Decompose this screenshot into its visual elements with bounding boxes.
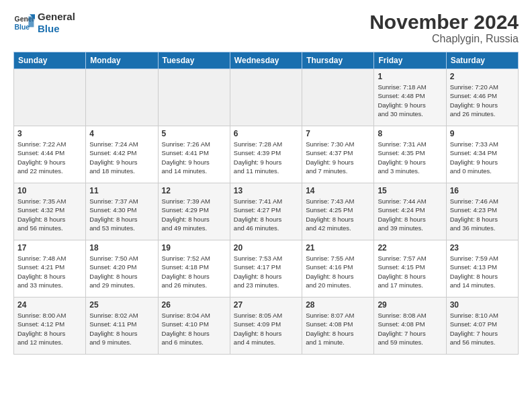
header-sunday: Sunday (14, 52, 86, 69)
day-number: 15 (378, 186, 442, 195)
table-row: 1Sunrise: 7:18 AM Sunset: 4:48 PM Daylig… (374, 69, 446, 126)
day-info: Sunrise: 8:04 AM Sunset: 4:10 PM Dayligh… (162, 311, 226, 347)
table-row: 11Sunrise: 7:37 AM Sunset: 4:30 PM Dayli… (86, 183, 158, 240)
day-info: Sunrise: 7:50 AM Sunset: 4:20 PM Dayligh… (89, 254, 154, 289)
table-row: 9Sunrise: 7:33 AM Sunset: 4:34 PM Daylig… (446, 126, 518, 183)
table-row (14, 69, 86, 126)
day-number: 19 (162, 243, 226, 253)
logo: General Blue General Blue (13, 11, 75, 35)
table-row: 12Sunrise: 7:39 AM Sunset: 4:29 PM Dayli… (158, 183, 230, 240)
day-info: Sunrise: 7:41 AM Sunset: 4:27 PM Dayligh… (234, 197, 298, 232)
day-info: Sunrise: 7:57 AM Sunset: 4:15 PM Dayligh… (378, 254, 442, 289)
table-row: 2Sunrise: 7:20 AM Sunset: 4:46 PM Daylig… (446, 69, 518, 126)
table-row: 20Sunrise: 7:53 AM Sunset: 4:17 PM Dayli… (230, 240, 302, 298)
day-number: 13 (234, 186, 298, 195)
calendar-week-2: 3Sunrise: 7:22 AM Sunset: 4:44 PM Daylig… (14, 126, 519, 183)
calendar-week-3: 10Sunrise: 7:35 AM Sunset: 4:32 PM Dayli… (14, 183, 519, 240)
day-info: Sunrise: 7:48 AM Sunset: 4:21 PM Dayligh… (17, 254, 82, 289)
table-row: 23Sunrise: 7:59 AM Sunset: 4:13 PM Dayli… (446, 240, 518, 298)
day-info: Sunrise: 8:08 AM Sunset: 4:08 PM Dayligh… (378, 311, 442, 347)
day-info: Sunrise: 7:55 AM Sunset: 4:16 PM Dayligh… (306, 254, 370, 289)
day-number: 5 (162, 129, 226, 138)
table-row: 3Sunrise: 7:22 AM Sunset: 4:44 PM Daylig… (14, 126, 86, 183)
day-info: Sunrise: 7:24 AM Sunset: 4:42 PM Dayligh… (89, 140, 154, 175)
day-number: 16 (450, 186, 515, 195)
calendar-header-row: Sunday Monday Tuesday Wednesday Thursday… (14, 52, 519, 69)
page-title: November 2024 (369, 11, 519, 33)
header-tuesday: Tuesday (158, 52, 230, 69)
table-row: 22Sunrise: 7:57 AM Sunset: 4:15 PM Dayli… (374, 240, 446, 298)
table-row: 26Sunrise: 8:04 AM Sunset: 4:10 PM Dayli… (158, 298, 230, 355)
day-number: 4 (89, 129, 154, 138)
day-number: 23 (450, 243, 515, 253)
day-info: Sunrise: 7:59 AM Sunset: 4:13 PM Dayligh… (450, 254, 515, 289)
day-number: 14 (306, 186, 370, 195)
day-info: Sunrise: 7:33 AM Sunset: 4:34 PM Dayligh… (450, 140, 515, 175)
day-number: 11 (89, 186, 154, 195)
day-number: 1 (378, 72, 442, 81)
table-row (158, 69, 230, 126)
day-number: 26 (162, 300, 226, 310)
day-number: 6 (234, 129, 298, 138)
svg-text:Blue: Blue (15, 24, 30, 31)
day-number: 2 (450, 72, 515, 81)
day-number: 3 (17, 129, 82, 138)
calendar-week-4: 17Sunrise: 7:48 AM Sunset: 4:21 PM Dayli… (14, 240, 519, 298)
day-number: 17 (17, 243, 82, 253)
header-friday: Friday (374, 52, 446, 69)
table-row: 29Sunrise: 8:08 AM Sunset: 4:08 PM Dayli… (374, 298, 446, 355)
svg-marker-2 (28, 16, 34, 27)
day-info: Sunrise: 7:35 AM Sunset: 4:32 PM Dayligh… (17, 197, 82, 232)
table-row: 6Sunrise: 7:28 AM Sunset: 4:39 PM Daylig… (230, 126, 302, 183)
day-info: Sunrise: 7:44 AM Sunset: 4:24 PM Dayligh… (378, 197, 442, 232)
day-info: Sunrise: 7:46 AM Sunset: 4:23 PM Dayligh… (450, 197, 515, 232)
day-number: 8 (378, 129, 442, 138)
calendar-week-5: 24Sunrise: 8:00 AM Sunset: 4:12 PM Dayli… (14, 298, 519, 355)
table-row: 16Sunrise: 7:46 AM Sunset: 4:23 PM Dayli… (446, 183, 518, 240)
calendar-week-1: 1Sunrise: 7:18 AM Sunset: 4:48 PM Daylig… (14, 69, 519, 126)
day-info: Sunrise: 7:52 AM Sunset: 4:18 PM Dayligh… (162, 254, 226, 289)
title-block: November 2024 Chaplygin, Russia (369, 11, 519, 45)
day-number: 29 (378, 300, 442, 310)
table-row: 5Sunrise: 7:26 AM Sunset: 4:41 PM Daylig… (158, 126, 230, 183)
table-row: 18Sunrise: 7:50 AM Sunset: 4:20 PM Dayli… (86, 240, 158, 298)
table-row: 30Sunrise: 8:10 AM Sunset: 4:07 PM Dayli… (446, 298, 518, 355)
header-thursday: Thursday (302, 52, 374, 69)
day-number: 18 (89, 243, 154, 253)
table-row: 14Sunrise: 7:43 AM Sunset: 4:25 PM Dayli… (302, 183, 374, 240)
day-number: 25 (89, 300, 154, 310)
day-number: 10 (17, 186, 82, 195)
page: General Blue General Blue November 2024 … (0, 0, 532, 411)
day-info: Sunrise: 7:43 AM Sunset: 4:25 PM Dayligh… (306, 197, 370, 232)
day-info: Sunrise: 7:22 AM Sunset: 4:44 PM Dayligh… (17, 140, 82, 175)
day-info: Sunrise: 7:28 AM Sunset: 4:39 PM Dayligh… (234, 140, 298, 175)
day-info: Sunrise: 8:05 AM Sunset: 4:09 PM Dayligh… (234, 311, 298, 347)
day-number: 24 (17, 300, 82, 310)
day-info: Sunrise: 7:39 AM Sunset: 4:29 PM Dayligh… (162, 197, 226, 232)
table-row: 4Sunrise: 7:24 AM Sunset: 4:42 PM Daylig… (86, 126, 158, 183)
day-number: 7 (306, 129, 370, 138)
logo-icon: General Blue (13, 12, 35, 34)
day-info: Sunrise: 7:18 AM Sunset: 4:48 PM Dayligh… (378, 83, 442, 118)
table-row: 27Sunrise: 8:05 AM Sunset: 4:09 PM Dayli… (230, 298, 302, 355)
table-row: 15Sunrise: 7:44 AM Sunset: 4:24 PM Dayli… (374, 183, 446, 240)
table-row (230, 69, 302, 126)
table-row: 8Sunrise: 7:31 AM Sunset: 4:35 PM Daylig… (374, 126, 446, 183)
calendar-table: Sunday Monday Tuesday Wednesday Thursday… (13, 52, 519, 355)
table-row: 10Sunrise: 7:35 AM Sunset: 4:32 PM Dayli… (14, 183, 86, 240)
table-row: 7Sunrise: 7:30 AM Sunset: 4:37 PM Daylig… (302, 126, 374, 183)
day-info: Sunrise: 7:20 AM Sunset: 4:46 PM Dayligh… (450, 83, 515, 118)
table-row (86, 69, 158, 126)
day-info: Sunrise: 8:07 AM Sunset: 4:08 PM Dayligh… (306, 311, 370, 347)
day-number: 22 (378, 243, 442, 253)
day-info: Sunrise: 8:00 AM Sunset: 4:12 PM Dayligh… (17, 311, 82, 347)
page-header: General Blue General Blue November 2024 … (13, 11, 519, 45)
page-subtitle: Chaplygin, Russia (369, 33, 519, 45)
day-info: Sunrise: 8:02 AM Sunset: 4:11 PM Dayligh… (89, 311, 154, 347)
day-info: Sunrise: 7:26 AM Sunset: 4:41 PM Dayligh… (162, 140, 226, 175)
day-number: 27 (234, 300, 298, 310)
table-row: 19Sunrise: 7:52 AM Sunset: 4:18 PM Dayli… (158, 240, 230, 298)
day-number: 30 (450, 300, 515, 310)
day-number: 12 (162, 186, 226, 195)
table-row: 28Sunrise: 8:07 AM Sunset: 4:08 PM Dayli… (302, 298, 374, 355)
